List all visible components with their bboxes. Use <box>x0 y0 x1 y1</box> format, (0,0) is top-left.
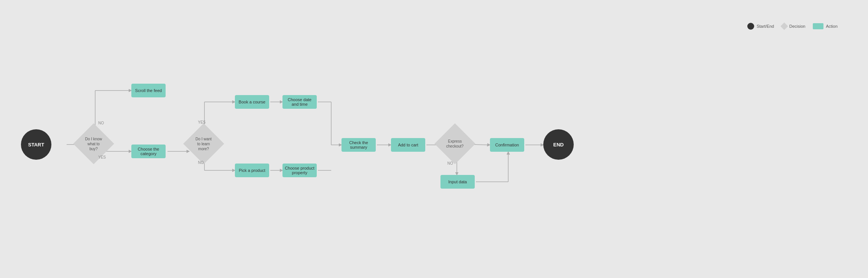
legend-action-icon <box>813 23 823 29</box>
svg-line-18 <box>472 145 490 145</box>
legend-start-end-label: Start/End <box>756 24 774 29</box>
legend-decision: Decision <box>782 24 805 29</box>
legend-start-end: Start/End <box>747 23 774 30</box>
choose-property-node: Choose product property <box>282 164 317 177</box>
scroll-feed-node: Scroll the feed <box>131 84 166 97</box>
legend-start-end-icon <box>747 23 754 30</box>
check-summary-node: Check the summary <box>341 138 376 152</box>
flowchart-canvas: Start/End Decision Action <box>0 0 868 278</box>
know-what-to-buy-label: Do I knowwhat tobuy? <box>85 137 102 151</box>
book-course-node: Book a course <box>235 95 269 109</box>
choose-category-node: Choose the category <box>131 145 166 158</box>
do-i-want-more-label: Do I wantto learnmore? <box>196 137 212 151</box>
start-node: START <box>21 129 51 160</box>
know-what-to-buy-node: Do I knowwhat tobuy? <box>73 123 114 164</box>
legend-decision-label: Decision <box>789 24 805 29</box>
express-checkout-node: Expresscheckout? <box>434 123 475 164</box>
legend-action: Action <box>813 23 838 29</box>
legend-action-label: Action <box>826 24 838 29</box>
end-node: END <box>543 129 574 160</box>
do-i-want-more-node: Do I wantto learnmore? <box>183 123 224 164</box>
pick-product-node: Pick a product <box>235 164 269 177</box>
legend: Start/End Decision Action <box>747 23 838 30</box>
add-to-cart-node: Add to cart <box>391 138 425 152</box>
no-label-top: NO <box>98 121 104 125</box>
confirmation-node: Confirmation <box>490 138 524 152</box>
express-checkout-label: Expresscheckout? <box>446 139 464 149</box>
legend-decision-icon <box>780 22 788 30</box>
connections-svg <box>0 0 868 278</box>
input-data-node: Input data <box>440 175 475 189</box>
choose-date-node: Choose date and time <box>282 95 317 109</box>
no-express-label: NO <box>447 161 453 165</box>
